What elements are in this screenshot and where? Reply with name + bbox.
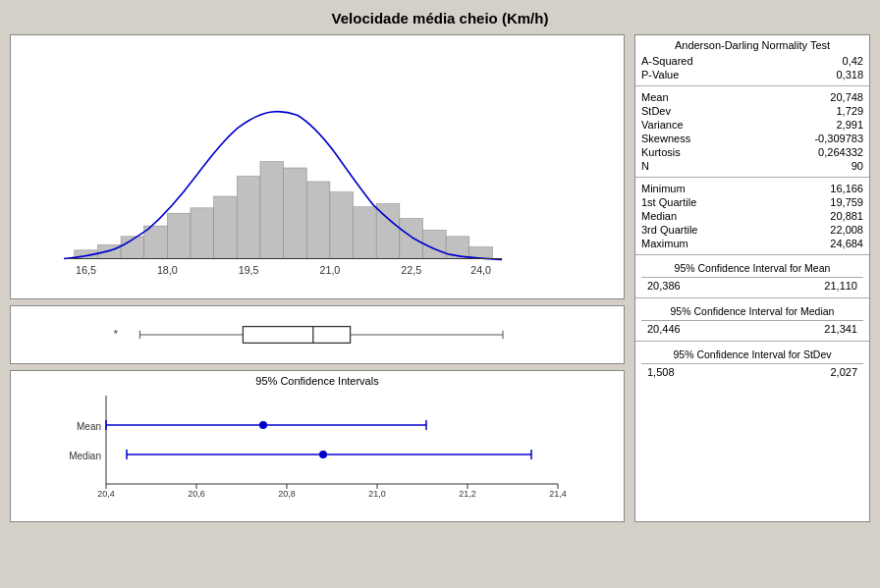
content-row: 16,5 18,0 19,5 21,0 22,5 24,0 * [10,34,870,522]
svg-rect-8 [260,162,284,259]
left-panel: 16,5 18,0 19,5 21,0 22,5 24,0 * [10,34,625,522]
main-container: Velocidade média cheio (Km/h) [0,0,880,588]
mean-value: 20,748 [830,91,863,103]
svg-rect-14 [400,219,423,259]
ci-chart-title: 95% Confidence Intervals [19,375,616,387]
q1-value: 19,759 [830,196,863,208]
minimum-row: Minimum 16,166 [641,182,863,195]
ci-median-header: 95% Confidence Interval for Median [641,302,863,321]
ci-stdev-high: 2,027 [830,366,857,378]
stdev-row: StDev 1,729 [641,104,863,118]
stdev-value: 1,729 [836,105,863,117]
q1-label: 1st Quartile [641,196,696,208]
ci-container: 95% Confidence Intervals Mean [10,370,625,522]
svg-text:24,0: 24,0 [470,264,491,276]
svg-rect-4 [167,213,191,258]
svg-text:20,4: 20,4 [97,489,115,499]
quartiles-section: Minimum 16,166 1st Quartile 19,759 Media… [635,178,869,255]
ci-mean-values: 20,386 21,110 [641,278,863,294]
a-squared-row: A-Squared 0,42 [641,54,863,68]
ci-median-low: 20,446 [647,323,681,335]
descriptive-section: Mean 20,748 StDev 1,729 Variance 2,991 S… [635,86,869,178]
skewness-row: Skewness -0,309783 [641,132,863,145]
svg-rect-3 [144,226,168,258]
normality-title: Anderson-Darling Normality Test [641,39,863,51]
ci-median-high: 21,341 [824,323,857,335]
svg-text:21,4: 21,4 [549,489,567,499]
histogram-container: 16,5 18,0 19,5 21,0 22,5 24,0 [10,34,625,299]
q3-label: 3rd Quartile [641,224,697,236]
svg-text:19,5: 19,5 [239,264,259,276]
stdev-label: StDev [641,105,671,117]
svg-text:20,8: 20,8 [278,489,296,499]
normality-section: Anderson-Darling Normality Test A-Square… [635,35,869,86]
a-squared-label: A-Squared [641,55,693,67]
n-value: 90 [852,160,863,172]
svg-text:20,6: 20,6 [188,489,205,499]
svg-point-38 [259,421,267,429]
svg-text:21,0: 21,0 [319,264,340,276]
variance-value: 2,991 [836,119,863,131]
median-stat-label: Median [641,210,677,222]
svg-text:21,2: 21,2 [459,489,476,499]
p-value-label: P-Value [641,69,679,80]
mean-label: Mean [641,91,669,103]
maximum-label: Maximum [641,238,688,249]
svg-text:*: * [114,327,119,340]
ci-chart-svg: Mean M [19,391,616,508]
ci-median-values: 20,446 21,341 [641,321,863,337]
histogram-svg: 16,5 18,0 19,5 21,0 22,5 24,0 [19,41,616,294]
variance-label: Variance [641,119,684,131]
svg-rect-1 [97,244,121,258]
ci-mean-high: 21,110 [824,280,857,292]
svg-point-43 [319,451,327,458]
maximum-value: 24,684 [830,238,863,249]
q3-row: 3rd Quartile 22,008 [641,223,863,237]
ci-stdev-values: 1,508 2,027 [641,364,863,380]
stats-panel: Anderson-Darling Normality Test A-Square… [634,34,870,522]
svg-text:21,0: 21,0 [368,489,386,499]
p-value-value: 0,318 [836,69,863,80]
minimum-label: Minimum [641,183,686,194]
ci-mean-low: 20,386 [647,280,681,292]
svg-rect-28 [243,327,350,344]
ci-median-section: 95% Confidence Interval for Median 20,44… [635,298,869,342]
svg-text:Median: Median [69,451,101,461]
kurtosis-row: Kurtosis 0,264332 [641,145,863,159]
p-value-row: P-Value 0,318 [641,68,863,81]
n-label: N [641,160,649,172]
ci-mean-section: 95% Confidence Interval for Mean 20,386 … [635,255,869,298]
svg-rect-11 [330,192,354,259]
svg-rect-9 [284,168,307,258]
svg-rect-12 [354,207,377,259]
variance-row: Variance 2,991 [641,118,863,132]
page-title: Velocidade média cheio (Km/h) [332,10,549,27]
median-stat-row: Median 20,881 [641,209,863,223]
boxplot-container: * [10,305,625,364]
q3-value: 22,008 [830,224,863,236]
median-stat-value: 20,881 [830,210,863,222]
ci-mean-header: 95% Confidence Interval for Mean [641,259,863,278]
svg-text:18,0: 18,0 [157,264,178,276]
ci-stdev-low: 1,508 [647,366,675,378]
ci-stdev-header: 95% Confidence Interval for StDev [641,346,863,364]
svg-rect-10 [306,182,330,258]
a-squared-value: 0,42 [843,55,863,67]
svg-text:22,5: 22,5 [401,264,421,276]
ci-stdev-section: 95% Confidence Interval for StDev 1,508 … [635,342,869,384]
maximum-row: Maximum 24,684 [641,237,863,250]
kurtosis-label: Kurtosis [641,146,681,158]
skewness-label: Skewness [641,133,690,144]
n-row: N 90 [641,159,863,173]
svg-rect-5 [191,208,214,259]
kurtosis-value: 0,264332 [818,146,863,158]
q1-row: 1st Quartile 19,759 [641,195,863,209]
skewness-value: -0,309783 [814,133,863,144]
svg-rect-6 [214,196,238,258]
boxplot-svg: * [19,314,616,355]
minimum-value: 16,166 [830,183,863,194]
svg-text:16,5: 16,5 [76,264,96,276]
mean-row: Mean 20,748 [641,90,863,104]
svg-text:Mean: Mean [77,421,101,432]
svg-rect-7 [237,177,260,259]
